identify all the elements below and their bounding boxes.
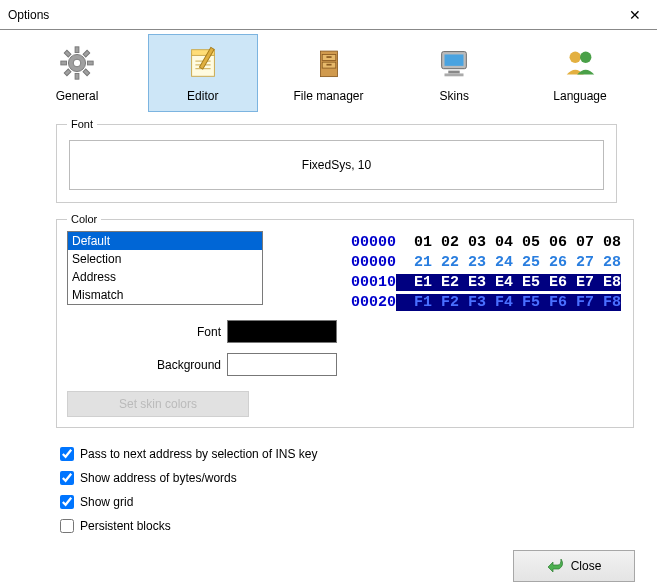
color-entry-mismatch[interactable]: Mismatch <box>68 286 262 304</box>
tab-file-manager[interactable]: File manager <box>274 34 384 112</box>
svg-rect-19 <box>326 56 331 58</box>
color-group: Color DefaultSelectionAddressMismatch Fo… <box>56 213 634 428</box>
tab-skins[interactable]: Skins <box>399 34 509 112</box>
tab-editor[interactable]: Editor <box>148 34 258 112</box>
check-show-addr[interactable]: Show address of bytes/words <box>60 466 617 490</box>
close-button[interactable]: Close <box>513 550 635 582</box>
close-button-label: Close <box>571 559 602 573</box>
check-persistent-box[interactable] <box>60 519 74 533</box>
file-cabinet-icon <box>309 43 349 83</box>
checkbox-area: Pass to next address by selection of INS… <box>60 442 617 538</box>
svg-point-1 <box>73 59 81 67</box>
color-entry-address[interactable]: Address <box>68 268 262 286</box>
background-color-swatch[interactable] <box>227 353 337 376</box>
font-picker-button[interactable]: FixedSys, 10 <box>69 140 604 190</box>
font-legend: Font <box>67 118 97 130</box>
gear-icon <box>57 43 97 83</box>
color-entry-selection[interactable]: Selection <box>68 250 262 268</box>
notepad-icon <box>183 43 223 83</box>
hex-addr: 00010 <box>351 274 396 291</box>
font-swatch-label: Font <box>197 325 221 339</box>
svg-rect-20 <box>326 64 331 66</box>
svg-rect-7 <box>64 69 71 76</box>
set-skin-colors-button: Set skin colors <box>67 391 249 417</box>
tab-general[interactable]: General <box>22 34 132 112</box>
tab-language-label: Language <box>553 89 606 103</box>
hex-bytes: F1 F2 F3 F4 F5 F6 F7 F8 <box>396 294 621 311</box>
color-legend: Color <box>67 213 101 225</box>
font-value: FixedSys, 10 <box>302 158 371 172</box>
hex-addr: 00000 <box>351 254 396 271</box>
svg-rect-22 <box>445 54 464 65</box>
check-show-grid-box[interactable] <box>60 495 74 509</box>
back-arrow-icon <box>547 557 565 576</box>
tab-language[interactable]: Language <box>525 34 635 112</box>
tab-bar: General Editor File manager <box>0 30 657 112</box>
window-title: Options <box>8 8 613 22</box>
tab-editor-label: Editor <box>187 89 218 103</box>
monitor-icon <box>434 43 474 83</box>
check-persistent[interactable]: Persistent blocks <box>60 514 617 538</box>
svg-rect-4 <box>61 61 67 65</box>
hex-addr: 00000 <box>351 234 396 251</box>
font-group: Font FixedSys, 10 <box>56 118 617 203</box>
check-show-addr-label: Show address of bytes/words <box>80 471 237 485</box>
svg-rect-2 <box>75 47 79 53</box>
check-pass-ins[interactable]: Pass to next address by selection of INS… <box>60 442 617 466</box>
svg-rect-5 <box>87 61 93 65</box>
check-show-addr-box[interactable] <box>60 471 74 485</box>
check-persistent-label: Persistent blocks <box>80 519 171 533</box>
svg-rect-23 <box>449 71 460 74</box>
background-swatch-label: Background <box>157 358 221 372</box>
check-pass-ins-label: Pass to next address by selection of INS… <box>80 447 317 461</box>
check-show-grid-label: Show grid <box>80 495 133 509</box>
hex-color-preview: 00000 01 02 03 04 05 06 07 0800000 21 22… <box>349 231 623 327</box>
hex-bytes: 01 02 03 04 05 06 07 08 <box>396 234 621 251</box>
titlebar: Options ✕ <box>0 0 657 30</box>
svg-point-26 <box>580 52 591 63</box>
svg-rect-8 <box>64 50 71 57</box>
svg-rect-3 <box>75 73 79 79</box>
tab-filemanager-label: File manager <box>293 89 363 103</box>
hex-bytes: 21 22 23 24 25 26 27 28 <box>396 254 621 271</box>
check-show-grid[interactable]: Show grid <box>60 490 617 514</box>
svg-rect-6 <box>83 50 90 57</box>
people-icon <box>560 43 600 83</box>
svg-rect-9 <box>83 69 90 76</box>
check-pass-ins-box[interactable] <box>60 447 74 461</box>
color-entry-default[interactable]: Default <box>68 232 262 250</box>
tab-general-label: General <box>56 89 99 103</box>
window-close-button[interactable]: ✕ <box>613 0 657 30</box>
svg-rect-24 <box>445 73 464 76</box>
svg-point-25 <box>570 52 581 63</box>
color-list[interactable]: DefaultSelectionAddressMismatch <box>67 231 263 305</box>
hex-addr: 00020 <box>351 294 396 311</box>
font-color-swatch[interactable] <box>227 320 337 343</box>
hex-bytes: E1 E2 E3 E4 E5 E6 E7 E8 <box>396 274 621 291</box>
tab-skins-label: Skins <box>440 89 469 103</box>
